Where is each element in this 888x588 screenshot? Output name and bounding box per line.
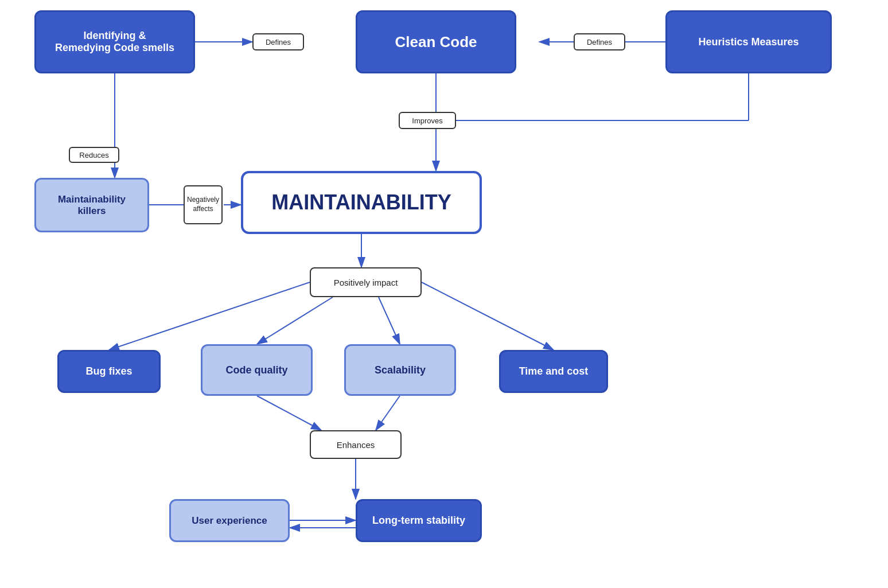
maintainability-killers-node: Maintainability killers [34, 178, 149, 232]
maintainability-node: MAINTAINABILITY [241, 171, 482, 234]
svg-line-18 [422, 282, 554, 350]
scalability-node: Scalability [344, 344, 456, 396]
diagram: Defines Defines Improves Reduces Negativ… [0, 0, 888, 588]
enhances-node: Enhances [310, 430, 402, 459]
cleancode-node: Clean Code [356, 10, 516, 73]
improves-label: Improves [399, 112, 456, 129]
svg-line-16 [257, 297, 333, 344]
svg-line-19 [257, 396, 321, 430]
long-term-stability-node: Long-term stability [356, 499, 482, 542]
svg-line-17 [379, 297, 400, 344]
identifying-node: Identifying & Remedying Code smells [34, 10, 195, 73]
svg-line-15 [109, 282, 310, 350]
code-quality-node: Code quality [201, 344, 313, 396]
time-and-cost-node: Time and cost [499, 350, 608, 393]
positively-impact-node: Positively impact [310, 267, 422, 297]
reduces-label: Reduces [69, 147, 119, 163]
negatively-affects-label: Negatively affects [184, 185, 223, 224]
defines-left-label: Defines [252, 33, 304, 50]
bug-fixes-node: Bug fixes [57, 350, 161, 393]
defines-right-label: Defines [574, 33, 625, 50]
heuristics-node: Heuristics Measures [665, 10, 832, 73]
svg-line-20 [376, 396, 400, 430]
user-experience-node: User experience [169, 499, 290, 542]
